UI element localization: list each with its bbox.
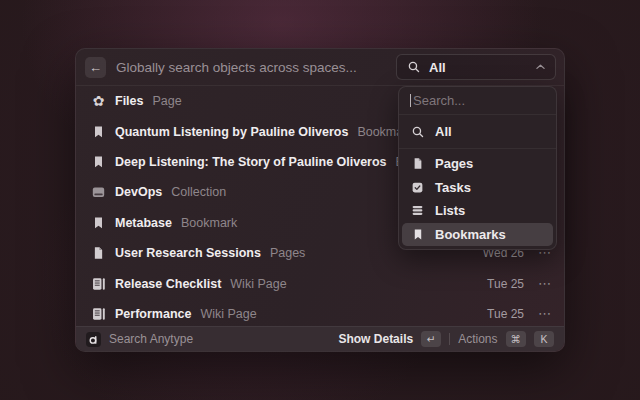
filter-option-bookmarks[interactable]: Bookmarks [402, 223, 553, 247]
wiki-page-icon [90, 307, 107, 321]
result-title: User Research Sessions [115, 246, 261, 260]
result-type: Page [153, 94, 182, 108]
filter-option-lists[interactable]: Lists [402, 199, 553, 223]
actions-label[interactable]: Actions [458, 332, 497, 346]
wiki-page-icon [90, 277, 107, 291]
result-title: Performance [115, 307, 191, 321]
bookmark-icon [90, 125, 107, 139]
task-checkbox-icon [410, 181, 425, 194]
result-type: Collection [171, 185, 226, 199]
collection-icon [90, 185, 107, 199]
result-title: Deep Listening: The Story of Pauline Oli… [115, 155, 387, 169]
footer-divider [449, 333, 450, 345]
result-row-release-checklist[interactable]: Release Checklist Wiki Page Tue 25 ⋯ [76, 268, 564, 298]
filter-search-input[interactable]: Search... [399, 87, 556, 115]
result-date: Tue 25 [487, 307, 524, 321]
result-type: Pages [270, 246, 305, 260]
filter-option-label: Lists [435, 203, 465, 218]
global-search-modal: ← Globally search objects across spaces.… [75, 48, 565, 352]
more-options-icon[interactable]: ⋯ [538, 279, 550, 289]
text-cursor [410, 94, 411, 107]
chevron-up-icon [536, 64, 545, 70]
filter-dropdown-panel: Search... All Pages [398, 86, 557, 250]
page-icon [410, 157, 425, 170]
filter-type-group: Pages Tasks Lists [399, 149, 556, 249]
filter-option-tasks[interactable]: Tasks [402, 176, 553, 200]
search-icon [410, 125, 425, 139]
filter-option-label: Pages [435, 156, 473, 171]
result-type: Wiki Page [200, 307, 256, 321]
result-title: Release Checklist [115, 277, 221, 291]
search-icon [407, 60, 421, 74]
bookmark-icon [90, 216, 107, 230]
page-icon [90, 246, 107, 260]
cmd-key-icon: ⌘ [506, 331, 527, 347]
more-options-icon[interactable]: ⋯ [538, 309, 550, 319]
result-type: Wiki Page [230, 277, 286, 291]
result-type: Bookmark [181, 216, 237, 230]
back-arrow-icon: ← [89, 60, 102, 75]
result-title: DevOps [115, 185, 162, 199]
bookmark-icon [410, 228, 425, 241]
result-row-performance[interactable]: Performance Wiki Page Tue 25 ⋯ [76, 299, 564, 329]
filter-option-pages[interactable]: Pages [402, 152, 553, 176]
filter-select-value: All [429, 60, 446, 75]
search-footer-bar: Search Anytype Show Details ↵ Actions ⌘ … [76, 326, 564, 351]
filter-search-placeholder: Search... [413, 93, 465, 108]
filter-select[interactable]: All [396, 54, 556, 80]
filter-option-label: All [435, 124, 452, 139]
search-header: ← Globally search objects across spaces.… [76, 49, 564, 86]
result-title: Files [115, 94, 144, 108]
search-input[interactable]: Globally search objects across spaces... [116, 60, 396, 75]
result-title: Metabase [115, 216, 172, 230]
result-date: Tue 25 [487, 277, 524, 291]
enter-key-icon: ↵ [421, 331, 441, 347]
app-label: Search Anytype [109, 332, 193, 346]
anytype-logo-icon [86, 332, 101, 347]
filter-option-label: Bookmarks [435, 227, 506, 242]
back-button[interactable]: ← [85, 57, 106, 78]
bookmark-icon [90, 155, 107, 169]
layers-icon [410, 204, 425, 217]
flower-icon: ✿ [90, 94, 107, 108]
desktop-background: ← Globally search objects across spaces.… [0, 0, 640, 400]
result-title: Quantum Listening by Pauline Oliveros [115, 125, 348, 139]
filter-option-all[interactable]: All [399, 115, 556, 149]
filter-option-label: Tasks [435, 180, 471, 195]
show-details-label[interactable]: Show Details [338, 332, 413, 346]
k-key-icon: K [534, 331, 554, 347]
